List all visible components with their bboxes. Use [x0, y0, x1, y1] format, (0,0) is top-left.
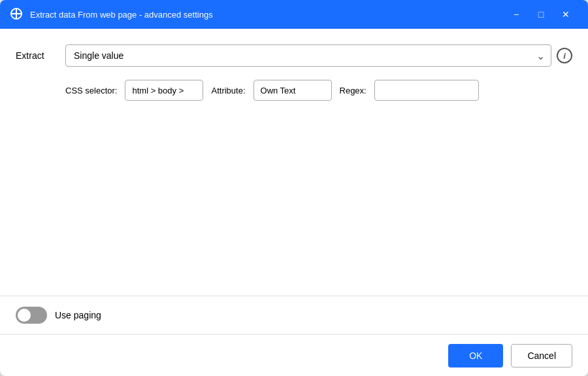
content-spacer — [16, 101, 572, 296]
minimize-button[interactable]: − — [504, 4, 528, 25]
toggle-knob — [18, 309, 31, 322]
attribute-input[interactable] — [253, 80, 332, 101]
paging-row: Use paging — [0, 296, 588, 334]
dialog-title: Extract data From web page - advanced se… — [30, 10, 504, 20]
dialog-footer: OK Cancel — [0, 334, 588, 376]
regex-input[interactable] — [374, 80, 479, 101]
dialog-window: Extract data From web page - advanced se… — [0, 0, 588, 376]
use-paging-label: Use paging — [55, 310, 101, 320]
css-selector-label: CSS selector: — [65, 86, 117, 95]
extract-row: Extract Single value Multiple values Tab… — [16, 44, 572, 67]
extract-label: Extract — [16, 50, 55, 61]
app-icon — [10, 8, 24, 21]
ok-button[interactable]: OK — [448, 344, 503, 367]
regex-label: Regex: — [340, 86, 367, 95]
extract-select-wrapper: Single value Multiple values Table ⌄ — [65, 44, 551, 67]
attribute-label: Attribute: — [211, 86, 245, 95]
title-bar: Extract data From web page - advanced se… — [0, 0, 588, 29]
css-selector-row: CSS selector: Attribute: Regex: — [65, 80, 572, 101]
close-button[interactable]: ✕ — [554, 4, 578, 25]
info-icon[interactable]: i — [557, 48, 572, 63]
css-selector-input[interactable] — [125, 80, 203, 101]
extract-select[interactable]: Single value Multiple values Table — [65, 44, 551, 67]
window-controls: − □ ✕ — [504, 4, 578, 25]
globe-icon — [10, 8, 22, 20]
cancel-button[interactable]: Cancel — [511, 344, 572, 367]
maximize-button[interactable]: □ — [529, 4, 553, 25]
dialog-content: Extract Single value Multiple values Tab… — [0, 29, 588, 334]
use-paging-toggle[interactable] — [16, 307, 47, 324]
extract-select-container: Single value Multiple values Table ⌄ i — [65, 44, 572, 67]
